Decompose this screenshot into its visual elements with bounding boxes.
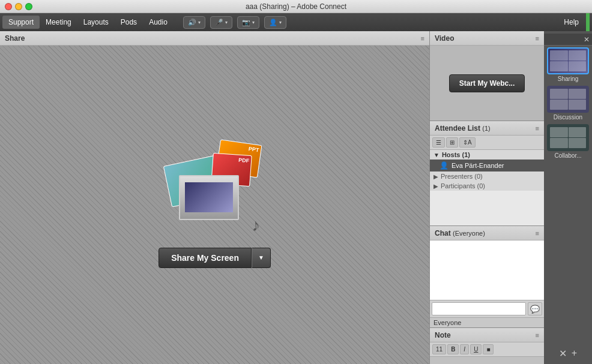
start-webcam-button[interactable]: Start My Webc... [449, 74, 525, 92]
sidebar-close-icon[interactable]: ✕ [584, 35, 590, 44]
note-toolbar: 11 B I U ■ [430, 342, 544, 357]
mic-control[interactable]: 🎤 ▾ [210, 16, 232, 29]
attendee-sort[interactable]: ⇕A [459, 137, 476, 148]
chat-panel: Chat (Everyone) ≡ 💬 Everyone [430, 226, 544, 328]
note-color[interactable]: ■ [483, 344, 494, 354]
help-button[interactable]: Help [557, 16, 586, 29]
status-indicator [586, 13, 590, 31]
share-panel-content: PPT PDF ♪ Share My Screen ▼ [0, 46, 429, 364]
collaboration-label: Collabor... [547, 152, 589, 159]
menu-audio[interactable]: Audio [143, 16, 174, 29]
share-my-screen-button[interactable]: Share My Screen [159, 248, 252, 268]
pdf-label: PDF [238, 157, 249, 163]
everyone-label: Everyone [433, 319, 461, 326]
sharing-label: Sharing [547, 76, 589, 82]
maximize-button[interactable] [25, 3, 32, 10]
sidebar-header: ✕ [544, 34, 592, 46]
mic-button[interactable]: 🎤 ▾ [211, 17, 232, 28]
collab-grid [548, 125, 588, 150]
video-panel-title: Video [435, 34, 454, 43]
camera-button[interactable]: 📷 ▾ [238, 17, 259, 28]
hosts-label: Hosts (1) [442, 151, 470, 158]
collab-thumb [547, 124, 589, 151]
volume-control[interactable]: 🔊 ▾ [183, 16, 205, 29]
chat-input[interactable] [432, 302, 526, 315]
menu-support[interactable]: Support [2, 16, 40, 29]
video-content: Start My Webc... [430, 46, 544, 121]
people-icon: 👤 [269, 19, 277, 26]
video-panel-header: Video ≡ [430, 31, 544, 46]
participants-section-header[interactable]: ▶ Participants (0) [430, 181, 544, 191]
window-title: aaa (Sharing) – Adobe Connect [246, 2, 346, 11]
presenters-section-header[interactable]: ▶ Presenters (0) [430, 172, 544, 181]
share-panel-header: Share ≡ [0, 31, 429, 46]
camera-icon: 📷 [242, 19, 250, 26]
chat-input-row: 💬 [430, 300, 544, 317]
chat-panel-menu-icon[interactable]: ≡ [536, 230, 539, 237]
share-icon-area: PPT PDF ♪ Share My Screen ▼ [159, 142, 271, 268]
sidebar: ✕ Sharing [544, 31, 592, 364]
attendee-view-grid[interactable]: ⊞ [446, 137, 458, 148]
note-underline[interactable]: U [470, 344, 482, 354]
note-bold[interactable]: B [447, 344, 459, 354]
video-panel: Video ≡ Start My Webc... [430, 31, 544, 121]
note-panel: Note ≡ 11 B I U ■ [430, 328, 544, 364]
sidebar-settings-icon[interactable]: ✕ [559, 348, 567, 359]
share-panel: Share ≡ PPT PDF ♪ [0, 31, 430, 364]
attendee-panel: Attendee List (1) ≡ ☰ ⊞ ⇕A ▼ Hosts (1) 👤… [430, 121, 544, 226]
presenters-label: Presenters (0) [441, 173, 483, 180]
note-panel-title: Note [435, 331, 451, 339]
camera-control[interactable]: 📷 ▾ [237, 16, 259, 29]
title-bar: aaa (Sharing) – Adobe Connect [0, 0, 592, 13]
mic-icon: 🎤 [215, 19, 223, 26]
menubar: Support Meeting Layouts Pods Audio 🔊 ▾ 🎤… [0, 13, 592, 31]
everyone-bar: Everyone [430, 317, 544, 327]
discussion-label: Discussion [547, 114, 589, 121]
ppt-label: PPT [248, 146, 259, 153]
volume-button[interactable]: 🔊 ▾ [184, 17, 205, 28]
send-icon: 💬 [530, 305, 540, 314]
attendee-panel-title: Attendee List (1) [435, 124, 491, 133]
share-panel-title: Share [5, 34, 25, 43]
sidebar-item-sharing[interactable]: Sharing [547, 47, 589, 82]
user-avatar-icon: 👤 [439, 161, 449, 170]
sharing-thumb [547, 47, 589, 74]
chat-context: (Everyone) [453, 230, 485, 237]
sidebar-item-discussion[interactable]: Discussion [547, 86, 589, 121]
attendee-panel-menu-icon[interactable]: ≡ [536, 125, 539, 132]
sharing-grid [548, 49, 588, 73]
host-username: Eva Pärt-Enander [452, 162, 504, 169]
note-panel-menu-icon[interactable]: ≡ [536, 332, 539, 339]
video-panel-menu-icon[interactable]: ≡ [536, 35, 539, 42]
chat-message-area [430, 240, 544, 300]
note-fontsize[interactable]: 11 [432, 344, 446, 354]
right-panels: Video ≡ Start My Webc... Attendee List (… [430, 31, 544, 364]
hosts-collapse-arrow: ▼ [433, 152, 439, 158]
chat-send-button[interactable]: 💬 [528, 302, 542, 315]
people-control[interactable]: 👤 ▾ [264, 16, 286, 29]
people-button[interactable]: 👤 ▾ [265, 17, 286, 28]
note-panel-header: Note ≡ [430, 328, 544, 342]
main-area: Share ≡ PPT PDF ♪ [0, 31, 592, 364]
hosts-section-header[interactable]: ▼ Hosts (1) [430, 150, 544, 160]
attendee-toolbar: ☰ ⊞ ⇕A [430, 136, 544, 150]
screen-card [179, 175, 239, 220]
menu-layouts[interactable]: Layouts [77, 16, 115, 29]
sidebar-item-collaboration[interactable]: Collabor... [547, 124, 589, 159]
chat-panel-title: Chat (Everyone) [435, 229, 485, 237]
menu-meeting[interactable]: Meeting [40, 16, 77, 29]
share-button-dropdown[interactable]: ▼ [252, 248, 271, 268]
note-italic[interactable]: I [460, 344, 469, 354]
menu-pods[interactable]: Pods [115, 16, 143, 29]
close-button[interactable] [5, 3, 12, 10]
attendee-view-list[interactable]: ☰ [432, 137, 445, 148]
share-panel-menu-icon[interactable]: ≡ [421, 35, 424, 42]
minimize-button[interactable] [15, 3, 22, 10]
attendee-panel-header: Attendee List (1) ≡ [430, 121, 544, 136]
screen-inner [185, 182, 233, 212]
volume-arrow: ▾ [198, 20, 201, 25]
chat-panel-header: Chat (Everyone) ≡ [430, 226, 544, 240]
discussion-grid [548, 87, 588, 112]
sidebar-add-icon[interactable]: + [572, 348, 577, 359]
music-note: ♪ [250, 215, 261, 235]
